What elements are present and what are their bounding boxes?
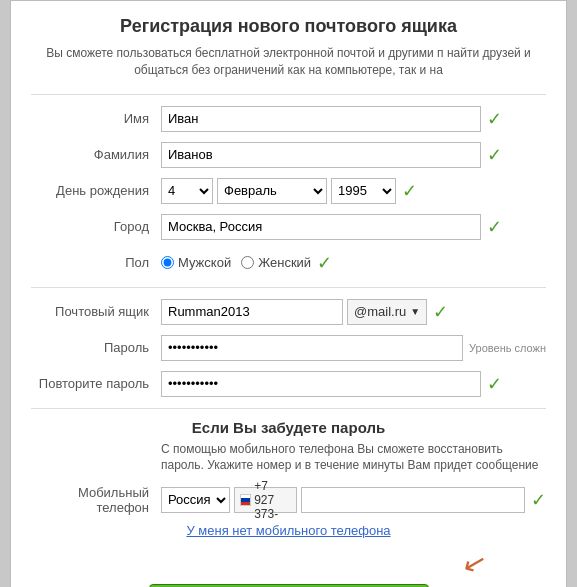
phone-field: Россия +7 927 373- ✓ <box>161 487 546 513</box>
mailbox-input[interactable] <box>161 299 343 325</box>
password-input-row: Уровень сложн <box>161 335 546 361</box>
city-check-icon: ✓ <box>487 216 502 238</box>
surname-row: Фамилия ✓ <box>31 141 546 169</box>
phone-row: Мобильный телефон Россия +7 927 373- ✓ <box>31 485 546 515</box>
password-label: Пароль <box>31 340 161 355</box>
repeat-password-field: ✓ <box>161 371 546 397</box>
email-domain-text: @mail.ru <box>354 304 406 319</box>
phone-check-icon: ✓ <box>531 489 546 511</box>
russia-flag-icon <box>240 494 251 506</box>
gender-female-text: Женский <box>258 255 311 270</box>
city-input[interactable] <box>161 214 481 240</box>
registration-form: Регистрация нового почтового ящика Вы см… <box>10 0 567 587</box>
repeat-password-row: Повторите пароль ✓ <box>31 370 546 398</box>
birthday-row: День рождения 4 Февраль 1995 ✓ <box>31 177 546 205</box>
arrow-icon: ↙ <box>459 543 490 581</box>
gender-male-radio[interactable] <box>161 256 174 269</box>
dropdown-arrow-icon[interactable]: ▼ <box>410 306 420 317</box>
gender-label: Пол <box>31 255 161 270</box>
password-row: Пароль Уровень сложн <box>31 334 546 362</box>
repeat-password-label: Повторите пароль <box>31 376 161 391</box>
birthday-year-select[interactable]: 1995 <box>331 178 396 204</box>
name-label: Имя <box>31 111 161 126</box>
no-phone-section: У меня нет мобильного телефона <box>31 523 546 538</box>
birthday-check-icon: ✓ <box>402 180 417 202</box>
repeat-password-check-icon: ✓ <box>487 373 502 395</box>
gender-row: Пол Мужской Женский ✓ <box>31 249 546 277</box>
phone-label: Мобильный телефон <box>31 485 161 515</box>
recovery-title: Если Вы забудете пароль <box>31 419 546 436</box>
name-field: ✓ <box>161 106 546 132</box>
password-input[interactable] <box>161 335 463 361</box>
phone-input-row: Россия +7 927 373- <box>161 487 525 513</box>
mailbox-label: Почтовый ящик <box>31 304 161 319</box>
surname-field: ✓ <box>161 142 546 168</box>
surname-check-icon: ✓ <box>487 144 502 166</box>
mailbox-field: @mail.ru ▼ ✓ <box>161 299 546 325</box>
city-field: ✓ <box>161 214 546 240</box>
gender-female-label[interactable]: Женский <box>241 255 311 270</box>
register-button[interactable]: Зарегистрироваться <box>149 584 429 587</box>
surname-input[interactable] <box>161 142 481 168</box>
gender-check-icon: ✓ <box>317 252 332 274</box>
password-field: Уровень сложн <box>161 335 546 361</box>
gender-male-label[interactable]: Мужской <box>161 255 231 270</box>
phone-prefix-text: +7 927 373- <box>254 479 291 521</box>
arrow-container: ↙ <box>31 546 546 579</box>
gender-male-text: Мужской <box>178 255 231 270</box>
surname-label: Фамилия <box>31 147 161 162</box>
password-input-wrap <box>161 335 463 361</box>
recovery-desc: С помощью мобильного телефона Вы сможете… <box>31 441 546 475</box>
gender-field: Мужской Женский ✓ <box>161 252 546 274</box>
name-input[interactable] <box>161 106 481 132</box>
name-check-icon: ✓ <box>487 108 502 130</box>
birthday-day-select[interactable]: 4 <box>161 178 213 204</box>
mailbox-check-icon: ✓ <box>433 301 448 323</box>
email-row: @mail.ru ▼ <box>161 299 427 325</box>
city-label: Город <box>31 219 161 234</box>
phone-flag: +7 927 373- <box>234 487 297 513</box>
birthday-inputs: 4 Февраль 1995 <box>161 178 396 204</box>
no-phone-link[interactable]: У меня нет мобильного телефона <box>186 523 390 538</box>
form-subtitle: Вы сможете пользоваться бесплатной элект… <box>31 45 546 79</box>
complexity-label: Уровень сложн <box>469 342 546 354</box>
gender-radio-group: Мужской Женский <box>161 255 311 270</box>
gender-female-radio[interactable] <box>241 256 254 269</box>
birthday-month-select[interactable]: Февраль <box>217 178 327 204</box>
birthday-field: 4 Февраль 1995 ✓ <box>161 178 546 204</box>
email-domain: @mail.ru ▼ <box>347 299 427 325</box>
city-row: Город ✓ <box>31 213 546 241</box>
mailbox-row: Почтовый ящик @mail.ru ▼ ✓ <box>31 298 546 326</box>
birthday-label: День рождения <box>31 183 161 198</box>
repeat-password-input[interactable] <box>161 371 481 397</box>
phone-number-input[interactable] <box>301 487 525 513</box>
name-row: Имя ✓ <box>31 105 546 133</box>
form-title: Регистрация нового почтового ящика <box>31 16 546 37</box>
phone-country-select[interactable]: Россия <box>161 487 230 513</box>
